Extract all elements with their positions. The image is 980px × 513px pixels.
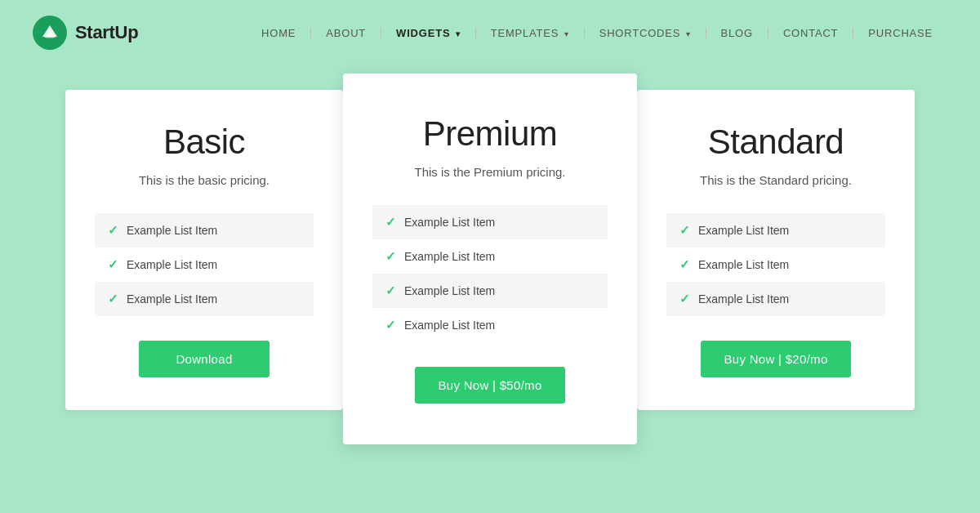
standard-title: Standard: [666, 123, 885, 162]
premium-cta-button[interactable]: Buy Now | $50/mo: [415, 367, 564, 404]
list-item: ✓ Example List Item: [372, 274, 608, 308]
list-item: ✓ Example List Item: [666, 282, 885, 316]
check-icon: ✓: [385, 249, 396, 264]
list-item: ✓ Example List Item: [372, 205, 608, 239]
logo-icon: [33, 16, 67, 50]
list-item: ✓ Example List Item: [95, 282, 314, 316]
premium-title: Premium: [372, 114, 608, 154]
nav-about[interactable]: ABOUT: [311, 28, 381, 38]
check-icon: ✓: [385, 215, 396, 230]
check-icon: ✓: [385, 318, 396, 332]
standard-features: ✓ Example List Item ✓ Example List Item …: [666, 213, 885, 316]
list-item: ✓ Example List Item: [666, 213, 885, 248]
nav-purchase[interactable]: PURCHASE: [853, 28, 947, 38]
shortcodes-arrow: ▾: [683, 29, 690, 38]
list-item: ✓ Example List Item: [95, 213, 314, 248]
check-icon: ✓: [108, 292, 118, 306]
pricing-card-standard: Standard This is the Standard pricing. ✓…: [637, 90, 915, 410]
nav-widgets[interactable]: WIDGETS ▾: [381, 28, 476, 38]
nav-contact[interactable]: CONTACT: [768, 28, 853, 38]
basic-title: Basic: [95, 123, 314, 162]
basic-description: This is the basic pricing.: [95, 172, 314, 190]
standard-description: This is the Standard pricing.: [666, 172, 885, 190]
logo[interactable]: StartUp: [33, 16, 138, 50]
nav-templates[interactable]: TEMPLATES ▾: [476, 28, 585, 38]
widgets-arrow: ▾: [452, 29, 460, 38]
check-icon: ✓: [679, 292, 690, 306]
header: StartUp HOME ABOUT WIDGETS ▾ TEMPLATES ▾…: [0, 0, 980, 65]
basic-cta-button[interactable]: Download: [139, 341, 270, 377]
main-nav: HOME ABOUT WIDGETS ▾ TEMPLATES ▾ SHORTCO…: [247, 28, 947, 38]
basic-features: ✓ Example List Item ✓ Example List Item …: [95, 213, 314, 316]
logo-text: StartUp: [75, 22, 138, 43]
check-icon: ✓: [385, 283, 396, 298]
check-icon: ✓: [679, 223, 690, 238]
list-item: ✓ Example List Item: [372, 239, 608, 274]
pricing-card-premium: Premium This is the Premium pricing. ✓ E…: [343, 74, 637, 444]
nav-shortcodes[interactable]: SHORTCODES ▾: [585, 28, 706, 38]
check-icon: ✓: [108, 257, 118, 272]
list-item: ✓ Example List Item: [666, 248, 885, 282]
premium-description: This is the Premium pricing.: [372, 163, 608, 182]
nav-home[interactable]: HOME: [247, 28, 311, 38]
list-item: ✓ Example List Item: [372, 308, 608, 342]
nav-blog[interactable]: BLOG: [706, 28, 768, 38]
pricing-card-basic: Basic This is the basic pricing. ✓ Examp…: [65, 90, 343, 410]
pricing-section: Basic This is the basic pricing. ✓ Examp…: [0, 65, 980, 485]
check-icon: ✓: [108, 223, 118, 238]
templates-arrow: ▾: [561, 29, 568, 38]
standard-cta-button[interactable]: Buy Now | $20/mo: [701, 341, 850, 377]
list-item: ✓ Example List Item: [95, 248, 314, 282]
premium-features: ✓ Example List Item ✓ Example List Item …: [372, 205, 608, 342]
check-icon: ✓: [679, 257, 690, 272]
